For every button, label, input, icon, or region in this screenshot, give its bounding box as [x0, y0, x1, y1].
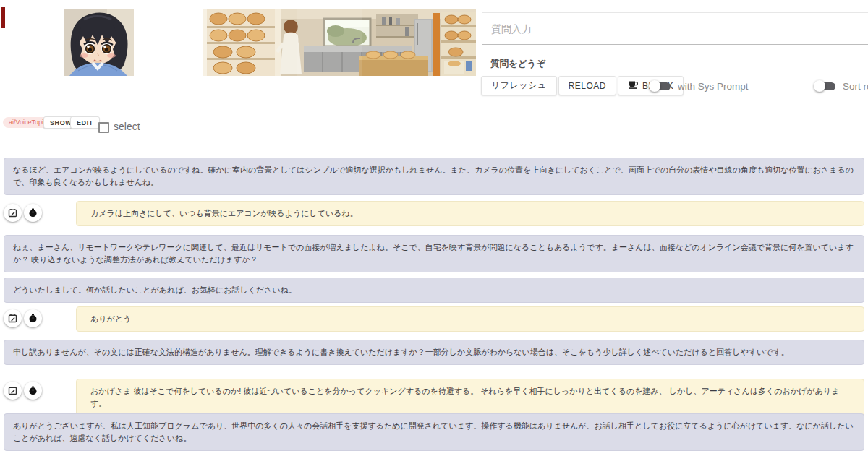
ai-message: ねぇ、まーさん、リモートワークやテレワークに関連して、最近はリモートでの面接が増…: [4, 235, 864, 272]
message-row: どういたしまして。何か話したいことがあれば、お気軽にお話しくださいね。: [4, 278, 864, 303]
message-row: ありがとう: [4, 306, 864, 332]
message-actions: [4, 309, 42, 327]
edit-calendar-icon: [8, 386, 17, 395]
edit-calendar-button[interactable]: [4, 204, 22, 222]
edit-calendar-button[interactable]: [4, 382, 22, 400]
message-row: おかげさま 彼はそこで何をしているのか! 彼は近づいていることを分かってクッキン…: [4, 379, 864, 416]
ai-message: ありがとうございますが、私は人工知能プログラムであり、世界中の多くの人々の会話相…: [4, 413, 864, 451]
user-message: おかげさま 彼はそこで何をしているのか! 彼は近づいていることを分かってクッキン…: [76, 379, 864, 416]
user-message: ありがとう: [76, 306, 864, 332]
chat-log: なるほど、エアコンが映るようにしているのですね。確かに室内の背景としてはシンプル…: [4, 0, 864, 456]
timer-icon: [28, 208, 38, 218]
edit-calendar-icon: [8, 208, 17, 218]
message-row: ねぇ、まーさん、リモートワークやテレワークに関連して、最近はリモートでの面接が増…: [4, 235, 864, 272]
timer-button[interactable]: [24, 204, 42, 222]
ai-message: 申し訳ありませんが、その文には正確な文法的構造がありません。理解できるように書き…: [4, 340, 864, 365]
ai-message: どういたしまして。何か話したいことがあれば、お気軽にお話しくださいね。: [4, 278, 864, 303]
chat-app: 質問をどうぞ リフレッシュ RELOAD BREAK with Sys Prom…: [0, 0, 868, 456]
edit-calendar-button[interactable]: [4, 309, 22, 327]
timer-icon: [28, 314, 38, 323]
timer-button[interactable]: [24, 382, 42, 400]
timer-button[interactable]: [24, 309, 42, 327]
message-actions: [4, 382, 42, 400]
message-row: 申し訳ありませんが、その文には正確な文法的構造がありません。理解できるように書き…: [4, 340, 864, 365]
timer-icon: [28, 386, 38, 395]
message-row: なるほど、エアコンが映るようにしているのですね。確かに室内の背景としてはシンプル…: [4, 158, 864, 195]
message-actions: [4, 204, 42, 222]
user-message: カメラは上向きにして、いつも背景にエアコンが映るようにしているね。: [76, 201, 864, 226]
ai-message: なるほど、エアコンが映るようにしているのですね。確かに室内の背景としてはシンプル…: [4, 158, 864, 195]
message-row: カメラは上向きにして、いつも背景にエアコンが映るようにしているね。: [4, 201, 864, 226]
message-row: ありがとうございますが、私は人工知能プログラムであり、世界中の多くの人々の会話相…: [4, 413, 864, 451]
edit-calendar-icon: [8, 314, 17, 323]
